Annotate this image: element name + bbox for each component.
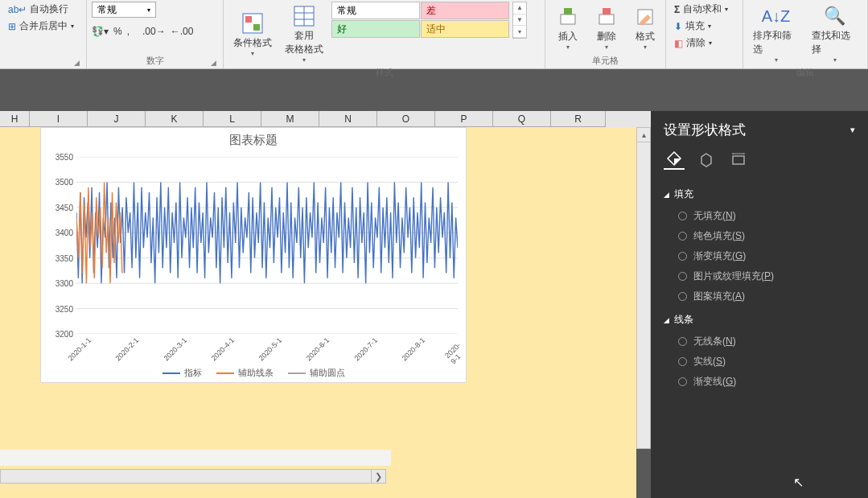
col-header-L[interactable]: L bbox=[204, 111, 261, 127]
chart-object[interactable]: 图表标题 32003250330033503400345035003550 20… bbox=[40, 127, 467, 383]
conditional-format-button[interactable]: 条件格式▾ bbox=[228, 2, 277, 65]
chart-x-axis: 2020-1-12020-2-12020-3-12020-4-12020-5-1… bbox=[76, 334, 458, 366]
col-header-P[interactable]: P bbox=[435, 111, 493, 127]
legend-item[interactable]: 辅助线条 bbox=[216, 367, 274, 379]
col-header-M[interactable]: M bbox=[261, 111, 319, 127]
legend-item[interactable]: 辅助圆点 bbox=[288, 367, 345, 379]
find-icon: 🔍 bbox=[822, 3, 848, 29]
wrap-text-button[interactable]: ab↵自动换行 bbox=[5, 2, 77, 17]
svg-rect-9 bbox=[599, 14, 614, 24]
effects-tab-icon[interactable] bbox=[696, 149, 717, 170]
table-format-icon bbox=[291, 3, 317, 29]
merge-center-button[interactable]: ⊞合并后居中▾ bbox=[5, 19, 77, 34]
col-header-K[interactable]: K bbox=[146, 111, 204, 127]
clear-button[interactable]: ◧清除▾ bbox=[671, 35, 731, 51]
scroll-up-icon[interactable]: ▴ bbox=[637, 128, 650, 142]
line-option-2[interactable]: 渐变线(G) bbox=[664, 372, 855, 392]
sheet-tab-bar[interactable]: ❯ bbox=[0, 450, 391, 466]
find-select-button[interactable]: 🔍查找和选择▾ bbox=[807, 2, 862, 65]
svg-rect-1 bbox=[245, 16, 252, 23]
conditional-format-icon bbox=[240, 10, 265, 36]
gallery-more-icon[interactable]: ▾ bbox=[513, 26, 526, 38]
chart-plot-area[interactable] bbox=[76, 157, 458, 334]
gallery-down-icon[interactable]: ▼ bbox=[513, 14, 526, 27]
fill-section-header[interactable]: ◢填充 bbox=[664, 187, 855, 201]
format-as-table-button[interactable]: 套用 表格格式▾ bbox=[280, 2, 328, 65]
chart-title[interactable]: 图表标题 bbox=[41, 128, 466, 153]
cell-styles-gallery[interactable]: 常规 差 好 适中 bbox=[331, 2, 509, 65]
dialog-launcher-icon[interactable]: ◢ bbox=[74, 59, 80, 67]
line-option-1[interactable]: 实线(S) bbox=[664, 352, 855, 372]
mouse-cursor-icon: ↖ bbox=[793, 475, 804, 490]
insert-icon bbox=[555, 4, 581, 30]
chart-legend[interactable]: 指标辅助线条辅助圆点 bbox=[41, 367, 466, 379]
accounting-format-button[interactable]: 💱▾ bbox=[92, 26, 109, 37]
line-option-0[interactable]: 无线条(N) bbox=[664, 331, 855, 352]
col-header-I[interactable]: I bbox=[30, 111, 88, 127]
delete-cells-button[interactable]: 删除▾ bbox=[589, 2, 624, 53]
format-cells-button[interactable]: 格式▾ bbox=[627, 2, 663, 53]
style-neutral[interactable]: 适中 bbox=[421, 20, 509, 38]
scroll-right-icon[interactable]: ❯ bbox=[371, 470, 385, 483]
decrease-decimal-button[interactable]: ←.00 bbox=[171, 26, 194, 37]
increase-decimal-button[interactable]: .00→ bbox=[142, 26, 166, 37]
sort-icon: A↓Z bbox=[763, 3, 789, 29]
svg-rect-2 bbox=[253, 24, 260, 31]
style-bad[interactable]: 差 bbox=[421, 2, 509, 19]
fill-line-tab-icon[interactable] bbox=[664, 149, 685, 170]
worksheet-area[interactable]: 图表标题 32003250330033503400345035003550 20… bbox=[0, 127, 636, 498]
fill-button[interactable]: ⬇填充▾ bbox=[671, 19, 731, 34]
sort-filter-button[interactable]: A↓Z排序和筛选▾ bbox=[748, 2, 804, 65]
fill-option-1[interactable]: 纯色填充(S) bbox=[664, 226, 855, 246]
col-header-H[interactable]: H bbox=[0, 111, 30, 127]
col-header-Q[interactable]: Q bbox=[493, 111, 551, 127]
col-header-R[interactable]: R bbox=[551, 111, 606, 127]
format-icon bbox=[632, 4, 658, 30]
autosum-button[interactable]: Σ自动求和▾ bbox=[671, 2, 731, 17]
style-good[interactable]: 好 bbox=[331, 20, 420, 38]
horizontal-scrollbar[interactable]: ❯ bbox=[0, 469, 386, 484]
comma-format-button[interactable]: , bbox=[127, 26, 130, 37]
svg-rect-20 bbox=[733, 156, 744, 164]
col-header-N[interactable]: N bbox=[319, 111, 377, 127]
format-shape-pane: 设置形状格式▾ ◢填充 无填充(N)纯色填充(S)渐变填充(G)图片或纹理填充(… bbox=[651, 111, 868, 498]
ribbon: ab↵自动换行 ⊞合并后居中▾ ◢ 常规▾ 💱▾ % , .00→ ←.00 数… bbox=[0, 0, 868, 69]
chart-y-axis: 32003250330033503400345035003550 bbox=[41, 157, 76, 334]
svg-rect-10 bbox=[603, 8, 611, 14]
number-format-dropdown[interactable]: 常规▾ bbox=[92, 2, 156, 18]
percent-format-button[interactable]: % bbox=[113, 26, 122, 37]
pane-title: 设置形状格式 bbox=[664, 121, 746, 139]
column-headers: HIJKLMNOPQR bbox=[0, 111, 651, 127]
style-normal[interactable]: 常规 bbox=[331, 2, 420, 19]
fill-option-0[interactable]: 无填充(N) bbox=[664, 206, 855, 226]
delete-icon bbox=[594, 4, 619, 30]
col-header-O[interactable]: O bbox=[377, 111, 435, 127]
svg-rect-7 bbox=[561, 14, 575, 24]
gallery-up-icon[interactable]: ▲ bbox=[513, 2, 526, 14]
svg-rect-8 bbox=[564, 8, 572, 14]
fill-option-3[interactable]: 图片或纹理填充(P) bbox=[664, 266, 855, 286]
vertical-scrollbar[interactable]: ▴ bbox=[636, 127, 651, 449]
insert-cells-button[interactable]: 插入▾ bbox=[550, 2, 586, 53]
line-section-header[interactable]: ◢线条 bbox=[664, 313, 855, 327]
fill-option-2[interactable]: 渐变填充(G) bbox=[664, 246, 855, 266]
pane-options-icon[interactable]: ▾ bbox=[850, 125, 855, 135]
legend-item[interactable]: 指标 bbox=[162, 367, 202, 379]
col-header-J[interactable]: J bbox=[88, 111, 146, 127]
size-properties-tab-icon[interactable] bbox=[728, 149, 749, 170]
dialog-launcher-icon[interactable]: ◢ bbox=[211, 59, 216, 67]
fill-option-4[interactable]: 图案填充(A) bbox=[664, 286, 855, 307]
